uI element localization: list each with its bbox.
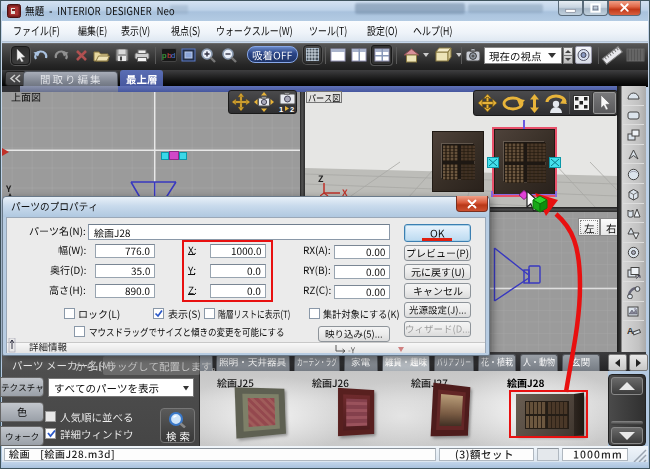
- svg-text:2: 2: [290, 105, 294, 112]
- svg-text:1: 1: [279, 105, 283, 112]
- svg-text:d: d: [171, 51, 175, 60]
- svg-text:A: A: [627, 326, 634, 336]
